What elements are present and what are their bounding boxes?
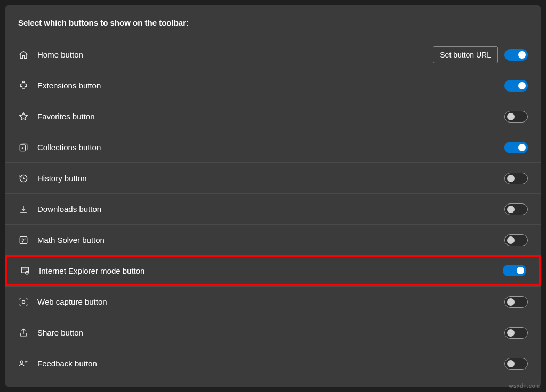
star-icon <box>18 111 37 122</box>
ie-toggle[interactable] <box>503 265 526 276</box>
setting-label: Share button <box>37 328 504 337</box>
setting-label: Internet Explorer mode button <box>39 266 503 275</box>
downloads-toggle[interactable] <box>504 203 528 215</box>
puzzle-icon <box>18 80 37 91</box>
row-actions <box>504 234 528 246</box>
toggle-knob <box>507 206 515 213</box>
ie-icon <box>20 265 39 276</box>
toggle-knob <box>517 267 524 274</box>
toolbar-buttons-panel: Select which buttons to show on the tool… <box>5 5 541 387</box>
row-actions <box>504 296 528 308</box>
feedback-icon <box>18 358 37 369</box>
setting-row-history: History button <box>5 162 541 193</box>
setting-row-favorites: Favorites button <box>5 101 541 132</box>
favorites-toggle[interactable] <box>504 111 528 123</box>
row-actions <box>504 358 528 370</box>
row-actions <box>504 327 528 339</box>
setting-row-downloads: Downloads button <box>5 193 541 224</box>
home-icon <box>18 50 37 60</box>
setting-row-home: Home buttonSet button URL <box>5 39 541 70</box>
row-actions: Set button URL <box>433 46 528 63</box>
setting-label: Extensions button <box>37 81 504 90</box>
capture-icon <box>18 297 37 307</box>
capture-toggle[interactable] <box>504 296 528 308</box>
history-toggle[interactable] <box>504 173 528 184</box>
share-icon <box>18 328 37 338</box>
toggle-knob <box>518 51 526 59</box>
collections-toggle[interactable] <box>504 142 528 153</box>
setting-label: Home button <box>37 50 433 59</box>
setting-row-ie: Internet Explorer mode button <box>5 255 541 286</box>
row-actions <box>504 80 528 92</box>
toggle-knob <box>507 236 515 244</box>
set-button-url-button[interactable]: Set button URL <box>433 46 498 63</box>
math-icon <box>18 235 37 246</box>
setting-row-feedback: Feedback button <box>5 348 541 379</box>
history-icon <box>18 173 37 184</box>
setting-label: Favorites button <box>37 112 504 121</box>
settings-rows: Home buttonSet button URLExtensions butt… <box>5 39 541 379</box>
row-actions <box>504 142 528 153</box>
math-toggle[interactable] <box>504 234 528 246</box>
extensions-toggle[interactable] <box>504 80 528 92</box>
setting-label: Feedback button <box>37 359 504 368</box>
home-toggle[interactable] <box>504 49 528 61</box>
toggle-knob <box>507 360 515 368</box>
collections-icon <box>18 142 37 153</box>
row-actions <box>504 173 528 184</box>
row-actions <box>503 265 526 276</box>
section-heading: Select which buttons to show on the tool… <box>5 5 541 39</box>
download-icon <box>18 204 37 215</box>
setting-row-math: Math Solver button <box>5 224 541 255</box>
toggle-knob <box>507 298 515 306</box>
setting-label: Downloads button <box>37 205 504 214</box>
watermark-text: wsxdn.com <box>509 382 541 389</box>
toggle-knob <box>507 175 515 182</box>
setting-label: History button <box>37 174 504 183</box>
row-actions <box>504 111 528 123</box>
svg-point-5 <box>22 300 25 303</box>
setting-label: Web capture button <box>37 297 504 306</box>
toggle-knob <box>518 82 526 89</box>
toggle-knob <box>507 329 515 337</box>
setting-row-share: Share button <box>5 317 541 348</box>
setting-label: Math Solver button <box>37 235 504 244</box>
setting-row-capture: Web capture button <box>5 286 541 317</box>
feedback-toggle[interactable] <box>504 358 528 370</box>
svg-point-6 <box>20 361 23 363</box>
setting-label: Collections button <box>37 143 504 152</box>
setting-row-collections: Collections button <box>5 132 541 162</box>
row-actions <box>504 203 528 215</box>
setting-row-extensions: Extensions button <box>5 70 541 101</box>
toggle-knob <box>518 144 526 151</box>
toggle-knob <box>507 113 515 120</box>
share-toggle[interactable] <box>504 327 528 339</box>
